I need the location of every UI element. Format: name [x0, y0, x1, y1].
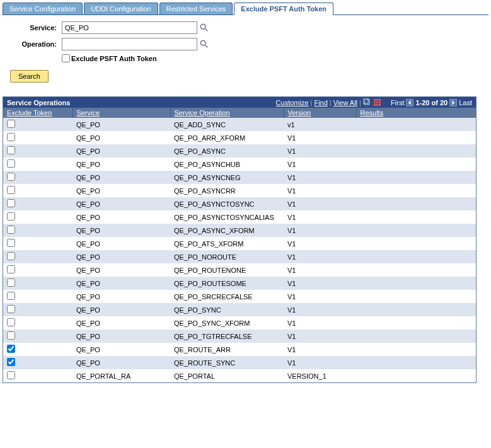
table-row: QE_POQE_PO_SRCRECFALSEV1	[3, 290, 476, 303]
exclude-checkbox-row[interactable]	[7, 331, 15, 340]
cell-version: V1	[284, 210, 356, 224]
exclude-checkbox-row[interactable]	[7, 358, 15, 366]
exclude-checkbox[interactable]	[62, 54, 70, 62]
exclude-checkbox-row[interactable]	[7, 371, 15, 379]
cell-operation: QE_PO_ASYNCRR	[170, 184, 284, 197]
col-service[interactable]: Service	[72, 108, 170, 118]
exclude-checkbox-row[interactable]	[7, 279, 15, 287]
exclude-checkbox-row[interactable]	[7, 159, 15, 168]
cell-operation: QE_PO_ROUTENONE	[170, 263, 284, 277]
exclude-checkbox-row[interactable]	[7, 318, 15, 326]
next-icon[interactable]	[449, 99, 457, 106]
exclude-checkbox-row[interactable]	[7, 345, 15, 353]
cell-version: V1	[284, 303, 356, 316]
svg-rect-10	[376, 101, 378, 103]
cell-operation: QE_PORTAL	[170, 369, 284, 382]
svg-line-3	[205, 45, 208, 48]
view-all-link[interactable]: View All	[333, 99, 357, 106]
cell-results	[356, 356, 476, 369]
lookup-service-icon[interactable]	[200, 23, 209, 32]
cell-version: V1	[284, 184, 356, 197]
cell-operation: QE_PO_SYNC_XFORM	[170, 316, 284, 330]
exclude-checkbox-row[interactable]	[7, 265, 15, 273]
cell-service: QE_PO	[72, 330, 170, 343]
table-row: QE_POQE_PO_ATS_XFORMV1	[3, 237, 476, 250]
download-icon[interactable]	[373, 98, 381, 106]
cell-results	[356, 263, 476, 277]
prev-icon[interactable]	[406, 99, 413, 106]
cell-service: QE_PO	[72, 290, 170, 303]
exclude-checkbox-row[interactable]	[7, 120, 15, 128]
results-grid: Service Operations Customize | Find | Vi…	[3, 96, 477, 383]
svg-rect-12	[374, 104, 376, 106]
cell-operation: QE_PO_ASYNCTOSYNC	[170, 197, 284, 210]
svg-marker-16	[452, 100, 455, 105]
cell-version: V1	[284, 330, 356, 343]
lookup-operation-icon[interactable]	[200, 40, 209, 49]
cell-operation: QE_PO_SYNC	[170, 303, 284, 316]
cell-results	[356, 131, 476, 144]
svg-rect-11	[379, 101, 381, 103]
exclude-checkbox-row[interactable]	[7, 133, 15, 141]
exclude-checkbox-row[interactable]	[7, 186, 15, 194]
cell-results	[356, 303, 476, 316]
cell-service: QE_PO	[72, 316, 170, 330]
table-row: QE_POQE_PO_ARR_XFORMV1	[3, 131, 476, 144]
col-exclude[interactable]: Exclude Token	[3, 108, 72, 118]
col-operation[interactable]: Service Operation	[170, 108, 284, 118]
cell-service: QE_PO	[72, 197, 170, 210]
cell-service: QE_PO	[72, 343, 170, 356]
cell-operation: QE_PO_ASYNCTOSYNCALIAS	[170, 210, 284, 224]
cell-results	[356, 330, 476, 343]
exclude-checkbox-row[interactable]	[7, 226, 15, 234]
cell-operation: QE_PO_NOROUTE	[170, 250, 284, 263]
cell-operation: QE_PO_TGTRECFALSE	[170, 330, 284, 343]
tab-1[interactable]: UDDI Configuration	[84, 3, 158, 14]
exclude-checkbox-row[interactable]	[7, 252, 15, 260]
cell-service: QE_PO	[72, 210, 170, 224]
cell-service: QE_PO	[72, 118, 170, 131]
cell-version: V1	[284, 171, 356, 184]
col-version[interactable]: Version	[284, 108, 356, 118]
grid-title: Service Operations	[7, 99, 70, 106]
cell-service: QE_PO	[72, 263, 170, 277]
cell-version: V1	[284, 356, 356, 369]
cell-operation: QE_PO_ASYNCHUB	[170, 158, 284, 171]
table-row: QE_PORTAL_RAQE_PORTALVERSION_1	[3, 369, 476, 382]
operation-label: Operation:	[5, 40, 62, 48]
cell-version: VERSION_1	[284, 369, 356, 382]
cell-version: V1	[284, 131, 356, 144]
find-link[interactable]: Find	[314, 99, 327, 106]
first-link[interactable]: First	[391, 99, 404, 106]
cell-results	[356, 277, 476, 290]
exclude-checkbox-row[interactable]	[7, 212, 15, 221]
table-row: QE_POQE_PO_ASYNCTOSYNCALIASV1	[3, 210, 476, 224]
svg-marker-15	[408, 100, 411, 105]
exclude-checkbox-row[interactable]	[7, 292, 15, 300]
search-form: Service: Operation: Exclude PSFT Auth To…	[3, 15, 488, 89]
cell-results	[356, 144, 476, 158]
col-results[interactable]: Results	[356, 108, 476, 118]
cell-service: QE_PO	[72, 303, 170, 316]
zoom-icon[interactable]	[363, 98, 371, 106]
tab-0[interactable]: Service Configuration	[3, 3, 83, 14]
customize-link[interactable]: Customize	[276, 99, 309, 106]
last-link[interactable]: Last	[459, 99, 472, 106]
exclude-checkbox-row[interactable]	[7, 199, 15, 207]
exclude-checkbox-row[interactable]	[7, 305, 15, 313]
exclude-checkbox-row[interactable]	[7, 146, 15, 154]
cell-service: QE_PO	[72, 277, 170, 290]
exclude-checkbox-row[interactable]	[7, 239, 15, 247]
results-table: Exclude Token Service Service Operation …	[3, 108, 476, 382]
tab-2[interactable]: Restricted Services	[159, 3, 233, 14]
cell-service: QE_PO	[72, 356, 170, 369]
search-button[interactable]: Search	[10, 70, 49, 83]
table-row: QE_POQE_PO_ASYNCNEGV1	[3, 171, 476, 184]
service-label: Service:	[5, 24, 62, 32]
service-input[interactable]	[62, 21, 197, 34]
cell-version: V1	[284, 263, 356, 277]
table-row: QE_POQE_PO_ASYNCRRV1	[3, 184, 476, 197]
tab-3[interactable]: Exclude PSFT Auth Token	[234, 3, 333, 15]
operation-input[interactable]	[62, 38, 197, 50]
exclude-checkbox-row[interactable]	[7, 173, 15, 181]
